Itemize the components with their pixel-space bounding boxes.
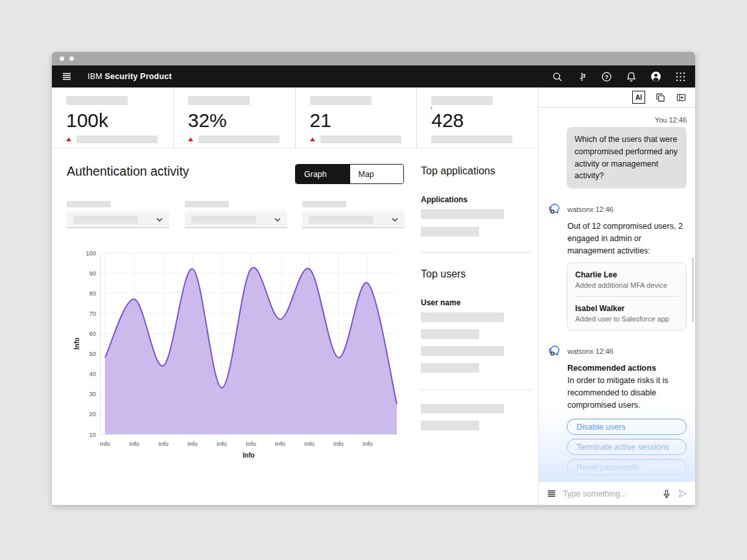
svg-text:70: 70	[89, 310, 96, 317]
microphone-icon[interactable]	[662, 489, 671, 499]
application-row-skeleton	[421, 227, 479, 237]
svg-text:Info: Info	[73, 338, 80, 349]
kpi-card: r 428	[417, 88, 538, 148]
user-message-meta: You 12:46	[547, 116, 687, 124]
watsonx-avatar-icon	[547, 344, 561, 358]
search-icon[interactable]	[552, 71, 563, 82]
copy-icon[interactable]	[655, 92, 666, 103]
recommended-actions-title: Recommended actions	[567, 362, 687, 375]
section-title: Authentication activity	[67, 164, 189, 179]
window-control-dot[interactable]	[60, 56, 64, 61]
user-action: Added user to Salesforce app	[575, 315, 678, 323]
kpi-trend-skeleton	[431, 135, 512, 143]
kpi-label-skeleton	[310, 96, 372, 105]
kpi-value: 21	[310, 110, 417, 132]
trend-up-icon	[66, 137, 71, 141]
user-row-skeleton	[421, 363, 479, 373]
brand-name: Security Product	[105, 72, 172, 81]
kpi-label-skeleton	[188, 96, 250, 105]
chat-text-input[interactable]: Type something...	[563, 489, 656, 498]
user-row-skeleton	[421, 404, 504, 414]
message-time: 12:46	[669, 116, 687, 124]
collapse-panel-icon[interactable]	[676, 92, 687, 103]
svg-text:60: 60	[89, 330, 96, 337]
svg-text:?: ?	[605, 73, 609, 80]
svg-text:Info: Info	[362, 440, 373, 447]
action-button-disable-users[interactable]: Disable users	[567, 419, 687, 435]
svg-text:80: 80	[89, 290, 96, 297]
app-switcher-icon[interactable]	[675, 71, 686, 82]
user-entry: Charlie Lee Added additional MFA device	[575, 263, 678, 296]
help-icon[interactable]: ?	[601, 71, 612, 82]
divider	[421, 252, 531, 253]
svg-text:90: 90	[89, 270, 96, 277]
kpi-superscript: r	[431, 105, 433, 111]
svg-text:10: 10	[89, 431, 96, 438]
svg-text:Info: Info	[243, 452, 254, 459]
trend-up-icon	[310, 137, 315, 141]
trend-up-icon	[188, 137, 193, 141]
filter-select[interactable]	[67, 211, 169, 228]
user-name: Charlie Lee	[575, 270, 678, 279]
app-window: IBM Security Product ?	[52, 52, 695, 505]
filter-dropdown	[185, 201, 287, 228]
compromised-users-card: Charlie Lee Added additional MFA device …	[567, 262, 687, 331]
filter-value-skeleton	[309, 216, 374, 224]
sender-name: watsonx	[567, 205, 593, 213]
svg-text:30: 30	[89, 390, 96, 397]
applications-column-header: Applications	[421, 195, 468, 204]
bot-message-text: Out of 12 compromised users, 2 engaged i…	[567, 220, 687, 257]
user-action: Added additional MFA device	[575, 281, 678, 289]
window-control-dot[interactable]	[69, 56, 74, 61]
filter-select[interactable]	[302, 211, 405, 228]
chevron-down-icon	[392, 218, 398, 222]
sender-name: watsonx	[567, 347, 593, 355]
chat-scrollbar[interactable]	[692, 257, 694, 322]
svg-text:Info: Info	[217, 440, 227, 447]
user-entry: Isabel Walker Added user to Salesforce a…	[575, 296, 678, 330]
input-menu-icon[interactable]	[547, 489, 556, 498]
user-row-skeleton	[421, 421, 479, 430]
user-row-skeleton	[421, 312, 504, 322]
filter-select[interactable]	[185, 211, 287, 228]
top-applications-title: Top applications	[421, 165, 495, 177]
user-name: Isabel Walker	[575, 304, 678, 313]
user-avatar-icon[interactable]	[650, 71, 661, 82]
filter-value-skeleton	[191, 216, 256, 224]
bot-message-header: watsonx 12:46	[547, 202, 687, 216]
toggle-graph[interactable]: Graph	[296, 165, 350, 183]
bot-message-header: watsonx 12:46	[547, 344, 687, 358]
toggle-map[interactable]: Map	[350, 165, 404, 183]
svg-text:40: 40	[89, 370, 96, 377]
chevron-down-icon	[156, 218, 163, 222]
user-message-bubble: Which of the users that were compromised…	[567, 127, 687, 189]
brand-prefix: IBM	[88, 72, 102, 81]
app-header: IBM Security Product ?	[52, 65, 695, 88]
svg-text:Info: Info	[246, 440, 256, 447]
authentication-activity-chart[interactable]: 102030405060708090100InfoInfoInfoInfoInf…	[70, 248, 423, 465]
bot-message-text: In order to mitigate risks it is recomme…	[567, 375, 687, 411]
signpost-icon[interactable]	[576, 71, 587, 82]
kpi-label-skeleton	[66, 96, 128, 105]
chat-messages[interactable]: You 12:46 Which of the users that were c…	[539, 108, 695, 482]
svg-text:Info: Info	[275, 440, 285, 447]
action-button-terminate-sessions[interactable]: Terminate active sessions	[567, 439, 687, 455]
kpi-value: 32%	[188, 110, 295, 132]
svg-text:Info: Info	[187, 440, 198, 447]
sender-name: You	[655, 116, 667, 124]
filter-dropdown	[302, 201, 405, 228]
window-titlebar[interactable]	[52, 52, 695, 65]
user-row-skeleton	[421, 346, 504, 356]
filter-label-skeleton	[185, 201, 229, 207]
message-time: 12:46	[595, 205, 613, 213]
notifications-bell-icon[interactable]	[626, 71, 637, 82]
username-column-header: User name	[421, 298, 460, 307]
ai-label-badge[interactable]: AI	[632, 91, 645, 104]
chat-input-bar: Type something...	[539, 482, 695, 505]
action-button-reset-passwords[interactable]: Reset passwords	[567, 459, 687, 475]
svg-text:20: 20	[89, 410, 96, 417]
chat-header: AI	[539, 88, 695, 108]
send-icon[interactable]	[678, 489, 687, 498]
kpi-card: 100k	[52, 88, 174, 148]
menu-icon[interactable]	[61, 71, 72, 82]
